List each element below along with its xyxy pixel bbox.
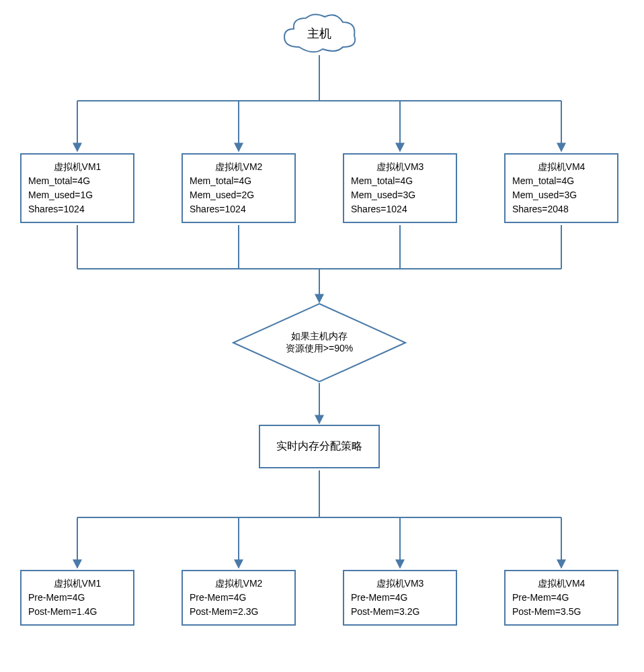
vm-mem-used: Mem_used=3G <box>351 188 449 202</box>
vm-pre-mem: Pre-Mem=4G <box>512 591 610 605</box>
policy-box: 实时内存分配策略 <box>259 425 380 468</box>
vm-bottom-3: 虚拟机VM3 Pre-Mem=4G Post-Mem=3.2G <box>343 570 457 626</box>
vm-post-mem: Post-Mem=1.4G <box>28 605 126 619</box>
vm-name: 虚拟机VM1 <box>28 160 126 174</box>
vm-top-1: 虚拟机VM1 Mem_total=4G Mem_used=1G Shares=1… <box>20 153 134 223</box>
vm-mem-used: Mem_used=2G <box>190 188 288 202</box>
vm-name: 虚拟机VM3 <box>351 160 449 174</box>
vm-post-mem: Post-Mem=3.2G <box>351 605 449 619</box>
decision-diamond: 如果主机内存 资源使用>=90% <box>232 302 407 383</box>
vm-name: 虚拟机VM1 <box>28 577 126 591</box>
vm-name: 虚拟机VM2 <box>190 160 288 174</box>
vm-top-4: 虚拟机VM4 Mem_total=4G Mem_used=3G Shares=2… <box>504 153 618 223</box>
vm-shares: Shares=1024 <box>351 202 449 216</box>
vm-name: 虚拟机VM3 <box>351 577 449 591</box>
vm-mem-total: Mem_total=4G <box>28 174 126 188</box>
vm-name: 虚拟机VM4 <box>512 577 610 591</box>
vm-mem-total: Mem_total=4G <box>512 174 610 188</box>
host-label: 主机 <box>307 26 331 42</box>
vm-name: 虚拟机VM2 <box>190 577 288 591</box>
decision-label: 如果主机内存 资源使用>=90% <box>286 331 353 355</box>
vm-post-mem: Post-Mem=3.5G <box>512 605 610 619</box>
vm-post-mem: Post-Mem=2.3G <box>190 605 288 619</box>
vm-pre-mem: Pre-Mem=4G <box>351 591 449 605</box>
vm-shares: Shares=1024 <box>28 202 126 216</box>
decision-line1: 如果主机内存 <box>286 331 353 343</box>
vm-mem-total: Mem_total=4G <box>190 174 288 188</box>
vm-bottom-4: 虚拟机VM4 Pre-Mem=4G Post-Mem=3.5G <box>504 570 618 626</box>
vm-bottom-2: 虚拟机VM2 Pre-Mem=4G Post-Mem=2.3G <box>182 570 296 626</box>
decision-line2: 资源使用>=90% <box>286 343 353 355</box>
vm-bottom-1: 虚拟机VM1 Pre-Mem=4G Post-Mem=1.4G <box>20 570 134 626</box>
vm-top-3: 虚拟机VM3 Mem_total=4G Mem_used=3G Shares=1… <box>343 153 457 223</box>
vm-pre-mem: Pre-Mem=4G <box>28 591 126 605</box>
vm-shares: Shares=2048 <box>512 202 610 216</box>
vm-shares: Shares=1024 <box>190 202 288 216</box>
vm-pre-mem: Pre-Mem=4G <box>190 591 288 605</box>
vm-top-2: 虚拟机VM2 Mem_total=4G Mem_used=2G Shares=1… <box>182 153 296 223</box>
vm-mem-used: Mem_used=1G <box>28 188 126 202</box>
host-cloud: 主机 <box>279 10 360 57</box>
vm-mem-total: Mem_total=4G <box>351 174 449 188</box>
vm-mem-used: Mem_used=3G <box>512 188 610 202</box>
policy-label: 实时内存分配策略 <box>272 439 366 454</box>
vm-name: 虚拟机VM4 <box>512 160 610 174</box>
